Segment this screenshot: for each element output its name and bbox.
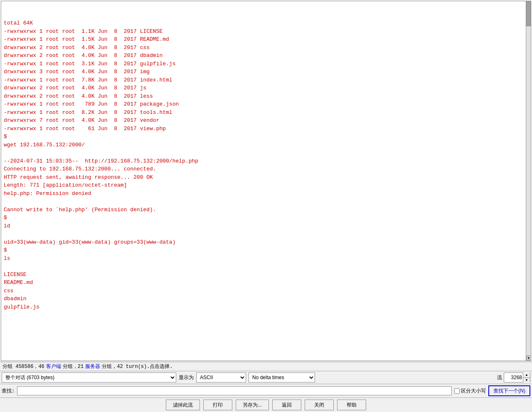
print-button[interactable]: 打印 [203,400,232,410]
case-sensitive-label: 区分大小写 [461,387,486,395]
scrollbar-track: ▲ ▼ [526,1,531,360]
buttons-row: 滤掉此流 打印 另存为... 返回 关闭 帮助 [0,397,532,412]
close-button[interactable]: 关闭 [305,400,334,410]
spin-up[interactable]: ▲ [523,373,530,378]
flow-spinner[interactable]: ▲ ▼ [504,373,530,382]
spin-down[interactable]: ▼ [523,378,530,383]
save-as-button[interactable]: 另存为... [236,400,269,410]
conversation-select[interactable]: 整个对话 (6703 bytes) [2,373,176,382]
display-select[interactable]: ASCII [196,373,246,382]
controls-row: 整个对话 (6703 bytes) 显示为 ASCII No delta tim… [0,371,532,384]
flow-wrap: 流 ▲ ▼ [497,373,530,382]
flow-label: 流 [497,374,502,381]
status-text-part2: 分组，21 [63,363,84,370]
status-text-part3: 分组，42 turn(s).点击选择. [102,363,172,370]
status-server-text[interactable]: 服务器 [85,363,100,370]
filter-button[interactable]: 滤掉此流 [166,400,200,410]
delta-select[interactable]: No delta times [249,373,315,382]
status-text-part1: 分组 458586，46 [2,363,44,370]
terminal-area: total 64K-rwxrwxrwx 1 root root 1.1K Jun… [1,1,531,361]
search-row: 查找: 区分大小写 查找下一个(N) [0,384,532,397]
search-label: 查找: [2,387,15,395]
scrollbar-thumb[interactable] [526,1,531,26]
find-next-button[interactable]: 查找下一个(N) [488,385,530,396]
main-container: total 64K-rwxrwxrwx 1 root root 1.1K Jun… [0,0,532,412]
display-label: 显示为 [179,374,194,381]
case-sensitive-wrap: 区分大小写 [454,387,486,395]
status-client-text[interactable]: 客户端 [46,363,61,370]
scrollbar-arrow-down[interactable]: ▼ [526,355,531,360]
flow-input[interactable] [504,373,523,382]
search-input[interactable] [17,386,452,395]
terminal-content[interactable]: total 64K-rwxrwxrwx 1 root root 1.1K Jun… [1,1,526,360]
help-button[interactable]: 帮助 [337,400,366,410]
spinner-arrows: ▲ ▼ [523,373,530,382]
status-bar: 分组 458586，46 客户端 分组，21 服务器 分组，42 turn(s)… [0,362,532,371]
case-sensitive-checkbox[interactable] [454,388,460,394]
back-button[interactable]: 返回 [272,400,301,410]
